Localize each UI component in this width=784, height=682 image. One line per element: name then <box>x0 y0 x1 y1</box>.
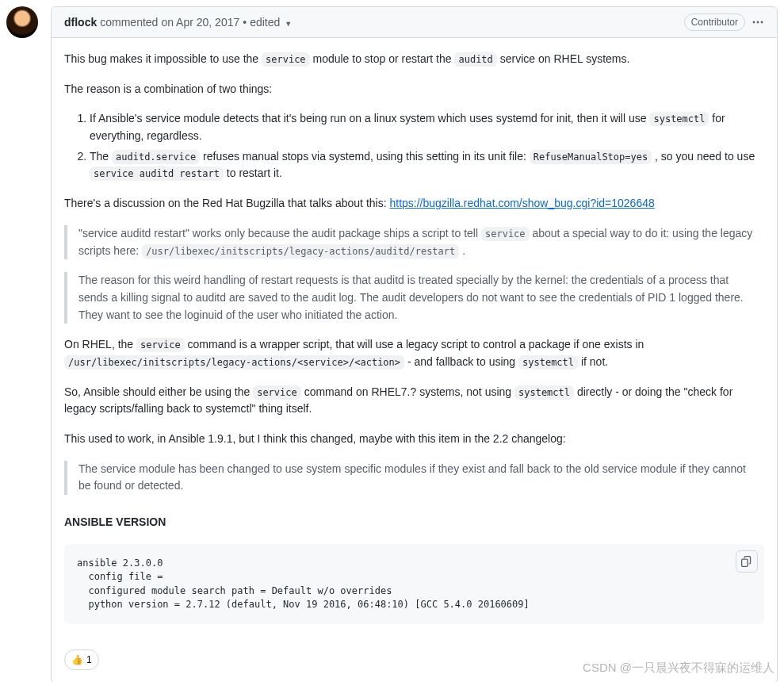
edited-dropdown[interactable]: edited ▼ <box>250 16 292 29</box>
inline-code: auditd <box>454 52 496 67</box>
edited-label: edited <box>250 16 280 29</box>
header-left: dflock commented on Apr 20, 2017 • edite… <box>64 16 292 29</box>
commented-text: commented <box>100 16 158 29</box>
paragraph: This used to work, in Ansible 1.9.1, but… <box>64 431 764 448</box>
paragraph: So, Ansible should either be using the s… <box>64 384 764 418</box>
header-right: Contributor <box>684 13 764 31</box>
text: . <box>459 244 465 257</box>
blockquote: "service auditd restart" works only beca… <box>64 225 764 259</box>
inline-code: auditd.service <box>112 150 200 164</box>
blockquote: The service module has been changed to u… <box>64 461 764 495</box>
ordered-list: If Ansible's service module detects that… <box>64 110 764 182</box>
code-block: ansible 2.3.0.0 config file = configured… <box>64 544 764 625</box>
inline-code: systemctl <box>649 112 709 126</box>
separator: • <box>243 16 247 29</box>
copy-icon <box>741 556 752 567</box>
inline-code: service <box>481 227 530 241</box>
comment-box: dflock commented on Apr 20, 2017 • edite… <box>51 6 778 682</box>
paragraph: This bug makes it impossible to use the … <box>64 51 764 68</box>
text: , so you need to use <box>652 150 755 163</box>
text: The <box>90 150 112 163</box>
thumbs-up-reaction[interactable]: 👍 1 <box>64 649 99 670</box>
text: service on RHEL systems. <box>497 52 630 65</box>
inline-code: systemctl <box>518 355 578 370</box>
inline-code: systemctl <box>514 385 574 400</box>
copy-button[interactable] <box>736 550 758 573</box>
text: This bug makes it impossible to use the <box>64 52 262 65</box>
text: So, Ansible should either be using the <box>64 385 253 398</box>
inline-code: service <box>253 385 301 400</box>
text: module to stop or restart the <box>310 52 455 65</box>
paragraph: The reason is a combination of two thing… <box>64 81 764 98</box>
comment-header: dflock commented on Apr 20, 2017 • edite… <box>52 7 777 38</box>
text: There's a discussion on the Red Hat Bugz… <box>64 197 389 209</box>
kebab-menu-icon[interactable] <box>751 16 764 29</box>
contributor-badge: Contributor <box>684 13 745 31</box>
text: command on RHEL7.? systems, not using <box>301 385 514 398</box>
text: On RHEL, the <box>64 338 136 351</box>
text: The reason for this weird handling of re… <box>78 272 753 324</box>
inline-code: /usr/libexec/initscripts/legacy-actions/… <box>64 355 404 370</box>
svg-point-2 <box>761 21 763 24</box>
inline-code: /usr/libexec/initscripts/legacy-actions/… <box>142 244 459 259</box>
list-item: The auditd.service refuses manual stops … <box>90 148 764 182</box>
inline-code: service <box>136 338 185 352</box>
section-heading: ANSIBLE VERSION <box>64 514 764 531</box>
text: refuses manual stops via systemd, using … <box>200 150 530 163</box>
text: - and fallback to using <box>404 355 518 368</box>
inline-code: service auditd restart <box>90 167 224 181</box>
text: "service auditd restart" works only beca… <box>78 227 481 239</box>
author-link[interactable]: dflock <box>64 16 97 29</box>
reaction-count: 1 <box>86 654 92 665</box>
avatar[interactable] <box>6 6 38 38</box>
text: if not. <box>578 355 608 368</box>
thumbs-up-icon: 👍 <box>71 654 83 665</box>
comment-container: dflock commented on Apr 20, 2017 • edite… <box>6 6 778 682</box>
svg-point-1 <box>757 21 759 24</box>
svg-point-0 <box>753 21 755 24</box>
reactions-bar: 👍 1 <box>52 649 777 682</box>
code-text: ansible 2.3.0.0 config file = configured… <box>77 557 530 610</box>
text: The service module has been changed to u… <box>78 461 753 495</box>
blockquote: The reason for this weird handling of re… <box>64 272 764 324</box>
bugzilla-link[interactable]: https://bugzilla.redhat.com/show_bug.cgi… <box>389 197 654 209</box>
inline-code: RefuseManualStop=yes <box>530 150 652 164</box>
text: If Ansible's service module detects that… <box>90 112 649 125</box>
timestamp-link[interactable]: on Apr 20, 2017 <box>161 16 239 29</box>
text: command is a wrapper script, that will u… <box>185 338 644 351</box>
comment-body: This bug makes it impossible to use the … <box>52 38 777 649</box>
caret-down-icon: ▼ <box>285 20 292 28</box>
paragraph: On RHEL, the service command is a wrappe… <box>64 336 764 370</box>
paragraph: There's a discussion on the Red Hat Bugz… <box>64 195 764 213</box>
list-item: If Ansible's service module detects that… <box>90 110 764 144</box>
inline-code: service <box>262 52 310 67</box>
text: to restart it. <box>224 167 282 179</box>
